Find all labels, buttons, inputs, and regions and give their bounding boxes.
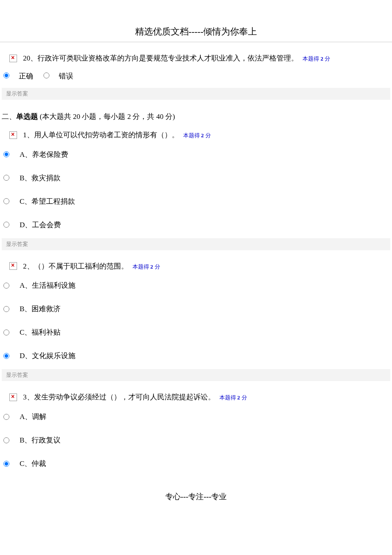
question-3: 3、发生劳动争议必须经过（），才可向人民法院提起诉讼。 本题得 2 分 A、调解… <box>2 390 390 475</box>
q1-option-b[interactable] <box>3 175 9 181</box>
option-label: C、福利补贴 <box>20 327 61 337</box>
option-label: B、困难救济 <box>20 304 61 314</box>
broken-image-icon <box>9 262 17 270</box>
q20-option-true[interactable] <box>3 72 9 78</box>
option-label: D、文化娱乐设施 <box>20 351 75 361</box>
option-label: D、工会会费 <box>20 220 61 230</box>
option-label: 错误 <box>59 72 73 80</box>
question-text: 2、（）不属于职工福利的范围。 <box>23 262 128 270</box>
q2-option-b[interactable] <box>3 306 9 312</box>
section-header: 二、单选题 (本大题共 20 小题，每小题 2 分，共 40 分) <box>2 103 390 127</box>
q20-option-false[interactable] <box>43 72 49 78</box>
option-label: B、行政复议 <box>20 435 61 445</box>
broken-image-icon <box>9 131 17 139</box>
question-20: 20、行政许可类职业资格改革的方向是要规范专业技术人才职业准入，依法严格管理。 … <box>2 51 390 100</box>
question-text: 20、行政许可类职业资格改革的方向是要规范专业技术人才职业准入，依法严格管理。 <box>23 54 298 62</box>
score-label: 本题得 2 分 <box>219 394 247 401</box>
q1-option-c[interactable] <box>3 198 9 204</box>
score-label: 本题得 2 分 <box>133 263 160 270</box>
score-label: 本题得 2 分 <box>303 55 330 62</box>
q3-option-b[interactable] <box>3 437 9 443</box>
question-text: 3、发生劳动争议必须经过（），才可向人民法院提起诉讼。 <box>23 393 215 401</box>
broken-image-icon <box>9 55 17 62</box>
q1-option-d[interactable] <box>3 222 9 228</box>
option-label: A、生活福利设施 <box>20 280 75 290</box>
option-label: A、养老保险费 <box>20 150 68 159</box>
show-answer-button[interactable]: 显示答案 <box>2 238 390 250</box>
q1-option-a[interactable] <box>3 151 9 157</box>
option-label: C、希望工程捐款 <box>20 197 75 206</box>
q2-option-c[interactable] <box>3 330 9 335</box>
page-footer: 专心---专注---专业 <box>0 479 392 510</box>
show-answer-button[interactable]: 显示答案 <box>2 88 390 100</box>
question-2: 2、（）不属于职工福利的范围。 本题得 2 分 A、生活福利设施 B、困难救济 … <box>2 259 390 382</box>
page-header: 精选优质文档-----倾情为你奉上 <box>0 0 392 42</box>
broken-image-icon <box>9 393 17 401</box>
option-label: B、救灾捐款 <box>20 173 61 183</box>
q3-option-a[interactable] <box>3 414 9 420</box>
show-answer-button[interactable]: 显示答案 <box>2 369 390 381</box>
score-label: 本题得 2 分 <box>183 132 211 139</box>
question-1: 1、用人单位可以代扣劳动者工资的情形有（）。 本题得 2 分 A、养老保险费 B… <box>2 127 390 250</box>
q2-option-a[interactable] <box>3 283 9 289</box>
option-label: C、仲裁 <box>20 459 46 468</box>
option-label: A、调解 <box>20 412 46 422</box>
option-label: 正确 <box>19 72 33 80</box>
q2-option-d[interactable] <box>3 353 9 359</box>
q3-option-c[interactable] <box>3 461 9 467</box>
question-text: 1、用人单位可以代扣劳动者工资的情形有（）。 <box>23 131 179 139</box>
